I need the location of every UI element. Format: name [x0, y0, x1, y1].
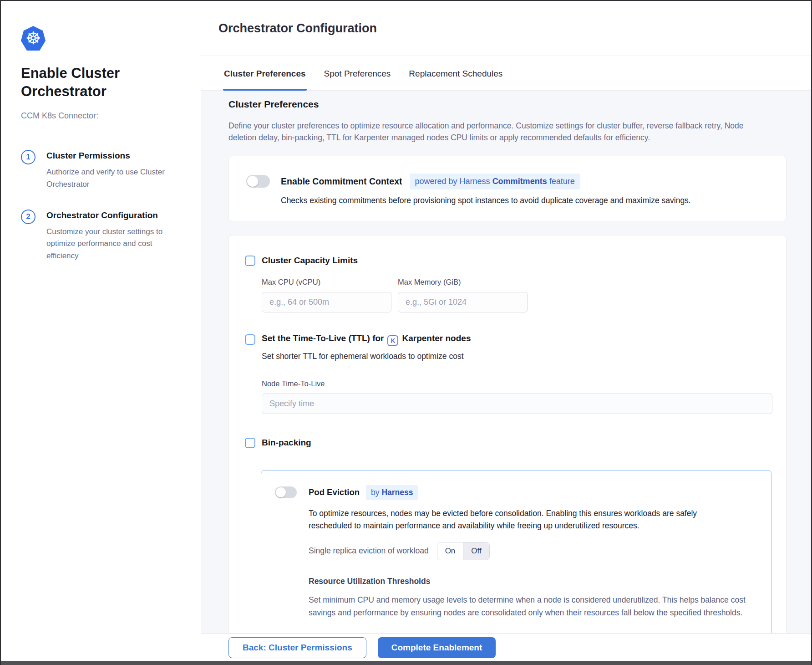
cluster-preferences-panel: Cluster Preferences Define your cluster … [201, 91, 812, 661]
commitment-context-card: Enable Commitment Context powered by Har… [228, 156, 787, 221]
replica-off-button[interactable]: Off [463, 542, 489, 560]
pod-eviction-description: To optimize resources, nodes may be evic… [309, 507, 734, 532]
karpenter-icon: K [387, 335, 398, 346]
ttl-description: Set shorter TTL for ephemeral workloads … [262, 352, 771, 361]
enable-cluster-orchestrator-page: ☸ Enable Cluster Orchestrator CCM K8s Co… [1, 1, 811, 661]
cluster-capacity-limits-row: Cluster Capacity Limits [245, 256, 771, 266]
thresholds-title: Resource Utilization Thresholds [309, 577, 757, 586]
bin-packing-row: Bin-packing [245, 438, 771, 448]
window-bottom-edge [1, 661, 811, 665]
section-title: Cluster Preferences [228, 99, 787, 110]
step-1-description: Authorize and verify to use Cluster Orch… [46, 166, 169, 190]
single-replica-label: Single replica eviction of workload [309, 546, 429, 556]
tab-bar: Cluster Preferences Spot Preferences Rep… [201, 56, 812, 91]
main-panel: Orchestrator Configuration Cluster Prefe… [201, 1, 812, 661]
max-memory-input[interactable] [398, 292, 528, 312]
step-1-number: 1 [21, 150, 36, 164]
wizard-steps: 1 Cluster Permissions Authorize and veri… [21, 151, 183, 262]
ttl-label-suffix: Karpenter nodes [402, 333, 471, 343]
section-description: Define your cluster preferences to optim… [228, 120, 772, 144]
single-replica-row: Single replica eviction of workload On O… [309, 542, 757, 560]
max-cpu-label: Max CPU (vCPU) [262, 278, 391, 286]
commitment-context-toggle[interactable] [246, 175, 270, 188]
preferences-card: Cluster Capacity Limits Max CPU (vCPU) M… [228, 235, 787, 645]
wizard-footer: Back: Cluster Permissions Complete Enabl… [201, 633, 812, 661]
main-header: Orchestrator Configuration [201, 1, 812, 56]
step-orchestrator-configuration[interactable]: 2 Orchestrator Configuration Customize y… [21, 210, 183, 262]
toggle-knob [247, 176, 258, 187]
bin-packing-label: Bin-packing [262, 438, 311, 448]
commitments-feature-badge: powered by Harness Commitments feature [410, 174, 580, 189]
single-replica-segmented-control: On Off [437, 542, 490, 560]
max-cpu-input[interactable] [262, 292, 391, 312]
max-memory-label: Max Memory (GiB) [398, 278, 528, 286]
ttl-label: Set the Time-To-Live (TTL) forKKarpenter… [262, 333, 471, 346]
page-title: Orchestrator Configuration [218, 21, 377, 36]
complete-enablement-button[interactable]: Complete Enablement [378, 637, 496, 658]
badge-suffix: feature [547, 177, 575, 186]
ttl-label-prefix: Set the Time-To-Live (TTL) for [262, 333, 384, 343]
ttl-row: Set the Time-To-Live (TTL) forKKarpenter… [245, 333, 771, 346]
pod-eviction-toggle[interactable] [275, 486, 297, 498]
tab-spot-preferences[interactable]: Spot Preferences [323, 58, 392, 91]
pod-eviction-card: Pod Eviction by Harness To optimize reso… [261, 470, 771, 662]
badge-prefix: powered by Harness [415, 177, 492, 186]
toggle-knob [276, 487, 286, 497]
step-1-title: Cluster Permissions [46, 151, 169, 161]
step-2-title: Orchestrator Configuration [46, 210, 169, 220]
commitment-context-title: Enable Commitment Context [281, 176, 402, 187]
step-2-number: 2 [21, 210, 36, 224]
replica-on-button[interactable]: On [437, 542, 464, 560]
kubernetes-wheel-glyph: ☸ [25, 30, 41, 47]
bin-packing-checkbox[interactable] [245, 438, 255, 448]
thresholds-description: Set minimum CPU and memory usage levels … [309, 593, 757, 619]
commitment-context-description: Checks existing commitments before provi… [281, 196, 769, 205]
node-ttl-input[interactable] [262, 394, 772, 414]
back-button[interactable]: Back: Cluster Permissions [228, 637, 366, 658]
sidebar: ☸ Enable Cluster Orchestrator CCM K8s Co… [1, 1, 201, 661]
ttl-checkbox[interactable] [245, 334, 255, 345]
connector-label: CCM K8s Connector: [21, 111, 183, 121]
node-ttl-label: Node Time-To-Live [262, 379, 771, 388]
badge-bold: Commitments [492, 177, 547, 186]
tab-replacement-schedules[interactable]: Replacement Schedules [408, 58, 503, 91]
tab-cluster-preferences[interactable]: Cluster Preferences [223, 58, 307, 91]
by-harness-badge: by Harness [366, 485, 418, 500]
cluster-capacity-limits-checkbox[interactable] [245, 256, 255, 266]
step-cluster-permissions[interactable]: 1 Cluster Permissions Authorize and veri… [21, 151, 183, 190]
sidebar-title: Enable Cluster Orchestrator [21, 64, 167, 100]
kubernetes-icon: ☸ [21, 26, 46, 51]
pod-eviction-title: Pod Eviction [309, 487, 360, 497]
cluster-capacity-limits-label: Cluster Capacity Limits [262, 256, 358, 266]
step-2-description: Customize your cluster settings to optim… [46, 226, 169, 262]
